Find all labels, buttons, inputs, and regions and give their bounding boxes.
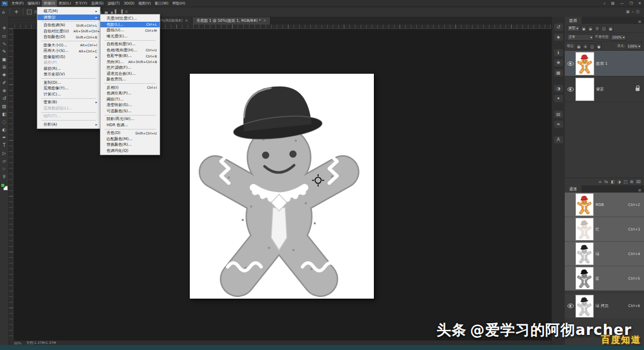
filter-type-layers-icon[interactable]: T — [594, 26, 600, 31]
tab-close-icon[interactable]: × — [263, 18, 266, 23]
menu-select[interactable]: 选择(S) — [89, 0, 105, 7]
tool-zoom-icon[interactable]: ⚲ — [0, 172, 9, 180]
menu-item-equalize[interactable]: 色调均化(Q) — [100, 148, 160, 154]
tab-layers[interactable]: 图层 — [565, 17, 581, 24]
layer-thumbnail[interactable] — [576, 52, 594, 75]
tool-path-selection-icon[interactable]: ▷ — [0, 149, 9, 157]
navigator-panel-icon[interactable]: ◈ — [554, 33, 563, 41]
menu-item-auto-color[interactable]: 自动颜色(O)Shift+Ctrl+B — [37, 34, 100, 40]
tool-hand-icon[interactable]: ☞ — [0, 165, 9, 172]
visibility-eye-icon[interactable] — [568, 87, 574, 92]
tab-channels[interactable]: 通道 — [565, 185, 581, 193]
opacity-dropdown[interactable]: 100% ▾ — [611, 34, 626, 41]
tool-history-brush-icon[interactable]: ↺ — [0, 94, 9, 102]
styles-panel-icon[interactable]: ✦ — [554, 95, 563, 102]
tool-gradient-icon[interactable]: ◧ — [0, 110, 9, 118]
close-button[interactable]: ✕ — [636, 1, 644, 6]
menu-item-duplicate[interactable]: 复制(D)... — [37, 80, 100, 86]
search-tools-icon[interactable]: ⌕ — [632, 9, 634, 14]
workspace-switch-icon[interactable]: ◫ — [636, 9, 640, 14]
menu-edit[interactable]: 编辑(E) — [26, 0, 42, 7]
info-panel-icon[interactable]: ℹ — [554, 49, 563, 56]
menu-file[interactable]: 文件(F) — [9, 0, 26, 7]
menu-3d[interactable]: 3D(D) — [122, 0, 136, 7]
channel-row-red[interactable]: 红 Ctrl+3 — [565, 217, 644, 242]
arrange-icon[interactable]: ▦ — [626, 9, 629, 14]
align-top-icon[interactable]: ▌ — [115, 9, 118, 14]
add-mask-icon[interactable]: ◧ — [611, 180, 615, 184]
menu-item-desaturate[interactable]: 去色(D)Shift+Ctrl+U — [100, 130, 160, 136]
menu-help[interactable]: 帮助(H) — [170, 0, 187, 7]
menu-item-mode[interactable]: 模式(M)▸ — [37, 8, 100, 15]
swatches-panel-icon[interactable]: ▦ — [554, 69, 563, 76]
zoom-level[interactable]: 50% — [14, 341, 21, 345]
menu-item-auto-tone[interactable]: 自动色调(N)Shift+Ctrl+L — [37, 22, 100, 28]
visibility-eye-icon[interactable] — [568, 61, 574, 66]
tool-clone-stamp-icon[interactable]: ⊕ — [0, 87, 9, 94]
menu-item-posterize[interactable]: 色调分离(P)... — [100, 90, 160, 97]
panel-menu-icon[interactable]: ≡ — [635, 188, 644, 193]
tool-move-icon[interactable]: ✛ — [0, 24, 9, 32]
home-icon[interactable]: ⌂ — [2, 9, 5, 15]
menu-item-brightness-contrast[interactable]: 亮度/对比度(C)... — [100, 16, 160, 22]
auto-select-checkbox[interactable] — [27, 9, 32, 15]
menu-item-levels[interactable]: 色阶(L)...Ctrl+L — [100, 22, 160, 28]
foreground-color-swatch[interactable] — [1, 183, 5, 188]
tool-spot-healing-icon[interactable]: ✚ — [0, 71, 9, 79]
workspace-icon[interactable]: ▤ — [608, 1, 617, 6]
minimize-button[interactable]: — — [617, 1, 627, 6]
fill-dropdown[interactable]: 100% ▾ — [626, 43, 642, 50]
menu-item-hue-saturation[interactable]: 色相/饱和度(H)...Ctrl+U — [100, 47, 160, 54]
channel-row-green[interactable]: 绿 Ctrl+4 — [565, 242, 644, 266]
menu-item-shadows-highlights[interactable]: 阴影/高光(W)... — [100, 116, 160, 122]
restore-button[interactable]: ❐ — [627, 1, 636, 6]
document-canvas[interactable] — [190, 74, 374, 299]
layer-thumbnail[interactable] — [576, 78, 594, 100]
layer-row-background[interactable]: 背景 — [565, 76, 644, 102]
menu-item-gradient-map[interactable]: 渐变映射(G)... — [100, 102, 160, 108]
tool-eyedropper-icon[interactable]: ✇ — [0, 63, 9, 71]
menu-item-threshold[interactable]: 阈值(T)... — [100, 97, 160, 103]
menu-item-apply-image[interactable]: 应用图像(Y)... — [37, 85, 100, 92]
align-center-icon[interactable]: ▄ — [105, 9, 108, 14]
document-tab-2[interactable]: 去底图 1 @ 50%(图层 1, RGB/8#) * × — [193, 17, 271, 25]
lock-transparent-icon[interactable]: ▦ — [576, 44, 581, 49]
filter-smart-objects-icon[interactable]: ▦ — [608, 26, 613, 31]
channel-row-blue[interactable]: 蓝 Ctrl+5 — [565, 266, 644, 291]
menu-item-canvas-size[interactable]: 画布大小(S)...Alt+Ctrl+C — [37, 48, 100, 54]
libraries-panel-icon[interactable]: ▤ — [554, 111, 563, 118]
adjustment-layer-icon[interactable]: ◑ — [617, 180, 621, 184]
menu-layer[interactable]: 图层(L) — [57, 0, 73, 7]
tool-lasso-icon[interactable]: ∿ — [0, 40, 9, 47]
layer-filter-type-dropdown[interactable]: 类型 ▾ — [567, 25, 580, 32]
menu-item-photo-filter[interactable]: 照片滤镜(F)... — [100, 65, 160, 71]
tool-crop-icon[interactable]: ▣ — [0, 55, 9, 63]
menu-item-image-size[interactable]: 图像大小(I)...Alt+Ctrl+I — [37, 42, 100, 49]
menu-item-reveal-all[interactable]: 显示全部(V) — [37, 71, 100, 78]
channel-row-rgb[interactable]: RGB Ctrl+2 — [565, 193, 644, 217]
new-layer-icon[interactable]: ⊞ — [630, 180, 633, 184]
menu-type[interactable]: 文字(Y) — [73, 0, 89, 7]
filter-pixel-layers-icon[interactable]: ▣ — [581, 26, 587, 31]
tool-eraser-icon[interactable]: ▨ — [0, 102, 9, 110]
tab-close-icon[interactable]: × — [185, 18, 188, 23]
menu-window[interactable]: 窗口(W) — [153, 0, 171, 7]
menu-item-trim[interactable]: 裁切(R)... — [37, 66, 100, 72]
panel-menu-icon[interactable]: ≡ — [635, 20, 644, 24]
history-panel-icon[interactable]: ↺ — [554, 23, 563, 31]
layer-name[interactable]: 背景 — [596, 87, 604, 92]
menu-item-color-lookup[interactable]: 颜色查找... — [100, 76, 160, 83]
layer-name[interactable]: 图层 1 — [596, 61, 608, 66]
menu-item-calculations[interactable]: 计算(C)... — [37, 92, 100, 98]
visibility-eye-icon[interactable] — [568, 304, 574, 308]
search-icon[interactable]: ⌕ — [600, 1, 608, 6]
menu-item-vibrance[interactable]: 自然饱和度(V)... — [100, 41, 160, 47]
link-layers-icon[interactable]: ∞ — [598, 180, 602, 184]
lock-position-icon[interactable]: ✛ — [583, 44, 588, 49]
lock-artboard-icon[interactable]: ◻ — [589, 44, 595, 49]
menu-item-invert[interactable]: 反相(I)Ctrl+I — [100, 85, 160, 91]
menu-image[interactable]: 图像(I) — [42, 0, 57, 7]
menu-item-auto-contrast[interactable]: 自动对比度(U)Alt+Shift+Ctrl+L — [37, 28, 100, 35]
delete-layer-icon[interactable]: ⌧ — [636, 180, 641, 184]
filter-shape-layers-icon[interactable]: ▢ — [601, 26, 607, 31]
